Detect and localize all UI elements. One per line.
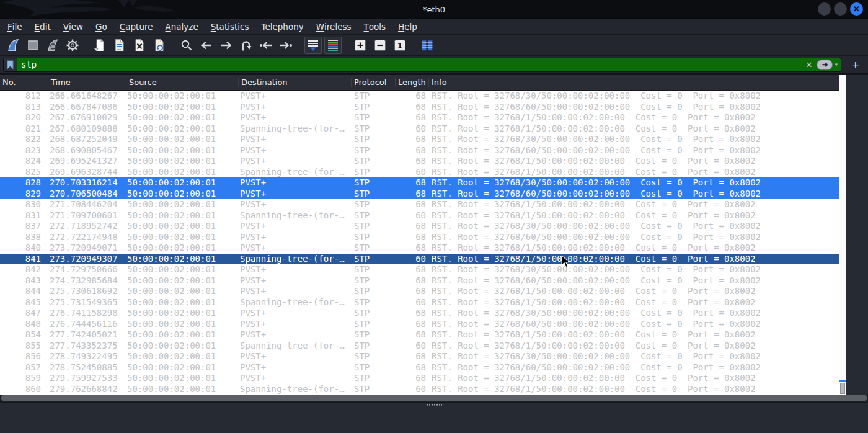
packet-row-855[interactable]: 855277.74335237550:00:00:02:00:01Spannin… (0, 341, 839, 352)
packet-row-829[interactable]: 829270.70650048450:00:00:02:00:01PVST+ST… (0, 189, 839, 200)
title-bar[interactable]: *eth0 ✕ (0, 0, 868, 19)
capture-options-button[interactable] (64, 37, 81, 54)
packet-row-824[interactable]: 824269.69524132750:00:00:02:00:01PVST+ST… (0, 156, 839, 167)
auto-scroll-button[interactable] (304, 37, 322, 54)
filter-apply-button[interactable]: ➜ (817, 60, 833, 70)
packet-row-847[interactable]: 847276.74115829850:00:00:02:00:01PVST+ST… (0, 308, 839, 319)
column-header-source[interactable]: Source (126, 78, 239, 87)
reload-file-button[interactable] (151, 37, 168, 54)
packet-row-837[interactable]: 837272.71895274250:00:00:02:00:01PVST+ST… (0, 221, 839, 232)
cell-source: 50:00:00:02:00:01 (126, 232, 239, 243)
cell-time: 267.676910029 (48, 112, 126, 123)
cell-info: RST. Root = 32768/60/50:00:00:02:00:00 C… (429, 275, 839, 287)
pane-splitter[interactable] (0, 402, 868, 407)
packet-row-856[interactable]: 856278.74932249550:00:00:02:00:01PVST+ST… (0, 351, 839, 362)
cell-length: 68 (396, 199, 429, 210)
menu-tools[interactable]: Tools (358, 19, 392, 34)
horizontal-scrollbar[interactable] (0, 395, 868, 402)
maximize-button[interactable] (834, 2, 847, 16)
packet-row-845[interactable]: 845275.73154936550:00:00:02:00:01Spannin… (0, 297, 839, 308)
start-capture-button[interactable] (4, 37, 22, 54)
open-file-button[interactable] (91, 37, 108, 54)
go-to-packet-button[interactable] (237, 37, 255, 54)
document-close-icon (132, 38, 147, 53)
packet-row-841[interactable]: 841273.72094930750:00:00:02:00:01Spannin… (0, 254, 839, 265)
cell-source: 50:00:00:02:00:01 (126, 384, 239, 395)
stop-capture-button[interactable] (24, 37, 42, 54)
zoom-out-button[interactable] (371, 37, 389, 54)
menu-go[interactable]: Go (89, 19, 113, 34)
display-filter-input[interactable] (17, 60, 802, 69)
cell-time: 270.703316214 (48, 177, 126, 189)
collapsed-detail-pane (0, 407, 868, 433)
packet-row-859[interactable]: 859279.75992753350:00:00:02:00:01PVST+ST… (0, 373, 839, 384)
packet-row-860[interactable]: 860279.76266884250:00:00:02:00:01Spannin… (0, 384, 839, 395)
add-filter-button[interactable]: + (846, 58, 865, 71)
column-header-length[interactable]: Length (396, 78, 429, 87)
packet-row-820[interactable]: 820267.67691002950:00:00:02:00:01PVST+ST… (0, 112, 839, 123)
close-file-button[interactable] (131, 37, 148, 54)
column-header-protocol[interactable]: Protocol (352, 78, 396, 87)
vertical-scrollbar-thumb[interactable] (840, 383, 845, 394)
cell-destination: Spanning-tree-(for-… (239, 384, 352, 395)
minimize-button[interactable] (818, 2, 831, 16)
menu-capture[interactable]: Capture (113, 19, 159, 34)
cell-destination: PVST+ (239, 308, 352, 319)
cell-length: 68 (396, 329, 429, 341)
packet-row-813[interactable]: 813266.66784708650:00:00:02:00:01PVST+ST… (0, 102, 839, 113)
packet-row-857[interactable]: 857278.75245088550:00:00:02:00:01PVST+ST… (0, 362, 839, 373)
packet-row-840[interactable]: 840273.72094907150:00:00:02:00:01PVST+ST… (0, 243, 839, 254)
menu-help[interactable]: Help (392, 19, 423, 34)
save-file-button[interactable] (111, 37, 128, 54)
menu-view[interactable]: View (57, 19, 89, 34)
last-packet-button[interactable] (277, 37, 294, 54)
cell-no: 845 (0, 297, 48, 308)
go-back-button[interactable] (198, 37, 215, 54)
packet-row-825[interactable]: 825269.69632874450:00:00:02:00:01Spannin… (0, 167, 839, 178)
find-packet-button[interactable] (178, 37, 195, 54)
menu-wireless[interactable]: Wireless (310, 19, 358, 34)
cell-destination: PVST+ (239, 145, 352, 156)
first-packet-button[interactable] (257, 37, 275, 54)
horizontal-scrollbar-thumb[interactable] (1, 395, 867, 401)
zoom-in-button[interactable] (352, 37, 369, 54)
cell-protocol: STP (352, 341, 396, 352)
menu-edit[interactable]: Edit (29, 19, 57, 34)
restart-capture-button[interactable] (44, 37, 61, 54)
column-header-time[interactable]: Time (48, 78, 126, 87)
packet-row-823[interactable]: 823268.69080546750:00:00:02:00:01PVST+ST… (0, 145, 839, 156)
cell-destination: PVST+ (239, 112, 352, 123)
display-filter-field[interactable]: ✕ ➜ ▾ (3, 58, 841, 72)
cell-destination: PVST+ (239, 199, 352, 210)
colorize-button[interactable] (324, 37, 342, 54)
menu-file[interactable]: File (1, 19, 29, 34)
menu-analyze[interactable]: Analyze (159, 19, 205, 34)
packet-row-838[interactable]: 838272.72217494850:00:00:02:00:01PVST+ST… (0, 232, 839, 243)
resize-columns-button[interactable] (418, 37, 436, 54)
packet-row-843[interactable]: 843274.73298568450:00:00:02:00:01PVST+ST… (0, 275, 839, 287)
packet-row-831[interactable]: 831271.70970060150:00:00:02:00:01Spannin… (0, 210, 839, 221)
packet-row-854[interactable]: 854277.74240502150:00:00:02:00:01PVST+ST… (0, 329, 839, 341)
filter-clear-button[interactable]: ✕ (802, 60, 817, 69)
packet-row-848[interactable]: 848276.74445611650:00:00:02:00:01PVST+ST… (0, 319, 839, 330)
packet-row-812[interactable]: 812266.66164826750:00:00:02:00:01PVST+ST… (0, 91, 839, 102)
arrow-hook-icon (239, 38, 254, 53)
filter-dropdown-button[interactable]: ▾ (833, 61, 841, 68)
packet-row-830[interactable]: 830271.70844620450:00:00:02:00:01PVST+ST… (0, 199, 839, 210)
packet-row-844[interactable]: 844275.73061869250:00:00:02:00:01PVST+ST… (0, 286, 839, 297)
menu-telephony[interactable]: Telephony (255, 19, 309, 34)
cell-no: 857 (0, 362, 48, 373)
go-forward-button[interactable] (218, 37, 235, 54)
close-button[interactable]: ✕ (850, 2, 863, 16)
filter-bookmark-button[interactable] (4, 58, 17, 72)
menu-statistics[interactable]: Statistics (205, 19, 255, 34)
packet-row-822[interactable]: 822268.68725204950:00:00:02:00:01PVST+ST… (0, 134, 839, 145)
column-header-no[interactable]: No. (0, 78, 48, 87)
packet-row-821[interactable]: 821267.68010988850:00:00:02:00:01Spannin… (0, 123, 839, 135)
packet-row-828[interactable]: 828270.70331621450:00:00:02:00:01PVST+ST… (0, 177, 839, 189)
packet-row-842[interactable]: 842274.72975066650:00:00:02:00:01PVST+ST… (0, 264, 839, 275)
column-header-destination[interactable]: Destination (239, 78, 352, 87)
normal-size-button[interactable]: 1 (391, 37, 409, 54)
column-header-info[interactable]: Info (429, 78, 839, 87)
vertical-scrollbar[interactable] (839, 75, 846, 395)
